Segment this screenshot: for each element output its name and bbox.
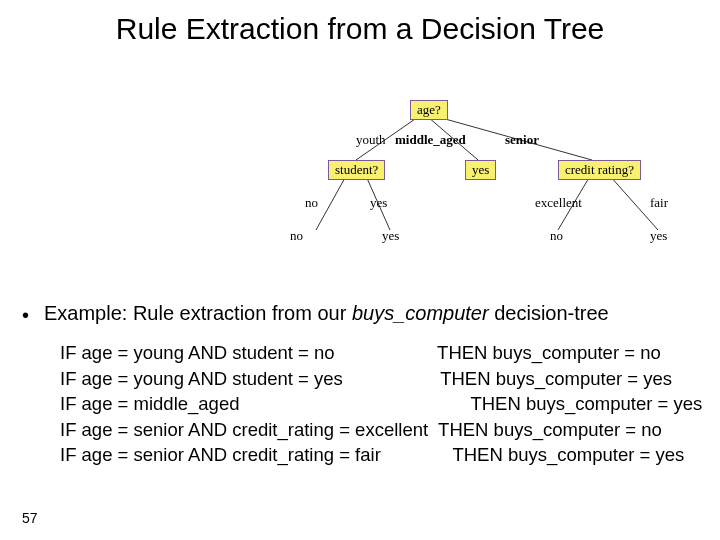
rule-1-if: IF age = young AND student = no	[60, 342, 335, 363]
tree-edges	[310, 100, 710, 280]
leaf-credit-no: no	[550, 228, 563, 244]
leaf-student-yes: yes	[382, 228, 399, 244]
page-number: 57	[22, 510, 38, 526]
rule-1-then: THEN buys_computer = no	[437, 342, 661, 363]
edge-label-senior: senior	[505, 132, 539, 148]
rule-4-if: IF age = senior AND credit_rating = exce…	[60, 419, 428, 440]
edge-label-youth: youth	[356, 132, 386, 148]
bullet-italic: buys_computer	[352, 302, 489, 324]
edge-label-student-yes: yes	[370, 195, 387, 211]
decision-tree: age? youth middle_aged senior student? y…	[310, 100, 710, 280]
rules-block: IF age = young AND student = no THEN buy…	[60, 340, 702, 468]
bullet-dot-icon: •	[22, 304, 29, 327]
leaf-student-no: no	[290, 228, 303, 244]
leaf-credit-yes: yes	[650, 228, 667, 244]
svg-line-3	[316, 176, 346, 230]
node-middle-yes: yes	[465, 160, 496, 180]
rule-2-if: IF age = young AND student = yes	[60, 368, 343, 389]
rule-3-then: THEN buys_computer = yes	[470, 393, 702, 414]
rule-5-if: IF age = senior AND credit_rating = fair	[60, 444, 381, 465]
rule-5-then: THEN buys_computer = yes	[452, 444, 684, 465]
node-credit-rating: credit rating?	[558, 160, 641, 180]
rule-4-then: THEN buys_computer = no	[438, 419, 662, 440]
rule-2-then: THEN buys_computer = yes	[440, 368, 672, 389]
node-student: student?	[328, 160, 385, 180]
bullet-example: • Example: Rule extraction from our buys…	[22, 302, 609, 325]
edge-label-student-no: no	[305, 195, 318, 211]
bullet-prefix: Example: Rule extraction from our	[44, 302, 352, 324]
edge-label-credit-fair: fair	[650, 195, 668, 211]
node-age: age?	[410, 100, 448, 120]
edge-label-middle-aged: middle_aged	[395, 132, 466, 148]
edge-label-credit-excellent: excellent	[535, 195, 582, 211]
bullet-suffix: decision-tree	[489, 302, 609, 324]
rule-3-if: IF age = middle_aged	[60, 393, 239, 414]
page-title: Rule Extraction from a Decision Tree	[0, 12, 720, 46]
